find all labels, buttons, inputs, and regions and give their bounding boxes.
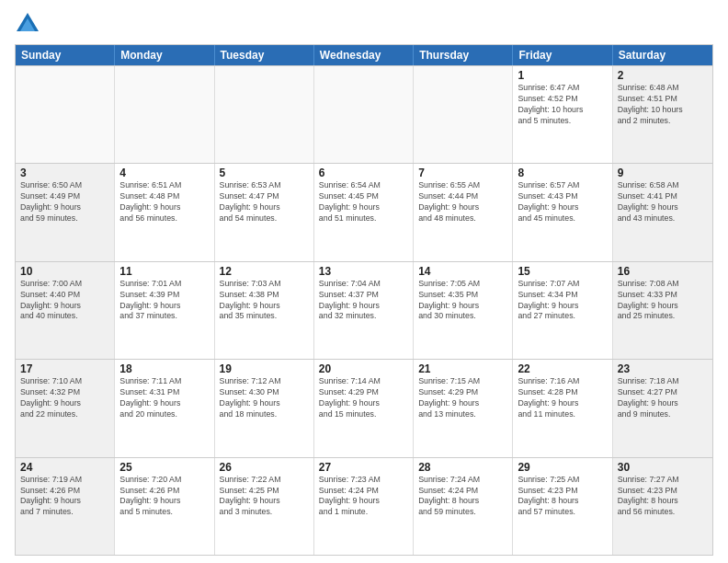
day-info: Sunrise: 7:12 AM Sunset: 4:30 PM Dayligh… (220, 376, 309, 420)
day-header-thursday: Thursday (414, 45, 513, 65)
week-row-5: 24Sunrise: 7:19 AM Sunset: 4:26 PM Dayli… (16, 457, 712, 555)
empty-cell (16, 66, 115, 163)
day-number: 30 (618, 461, 708, 474)
day-info: Sunrise: 7:22 AM Sunset: 4:25 PM Dayligh… (220, 475, 309, 519)
empty-cell (115, 66, 214, 163)
day-info: Sunrise: 7:04 AM Sunset: 4:37 PM Dayligh… (319, 279, 408, 323)
day-number: 10 (20, 265, 109, 278)
page: SundayMondayTuesdayWednesdayThursdayFrid… (0, 0, 728, 563)
calendar: SundayMondayTuesdayWednesdayThursdayFrid… (15, 44, 713, 556)
day-cell-16: 16Sunrise: 7:08 AM Sunset: 4:33 PM Dayli… (613, 262, 712, 359)
day-info: Sunrise: 6:48 AM Sunset: 4:51 PM Dayligh… (618, 83, 708, 127)
day-number: 2 (618, 69, 708, 82)
day-cell-8: 8Sunrise: 6:57 AM Sunset: 4:43 PM Daylig… (513, 164, 612, 260)
day-info: Sunrise: 7:00 AM Sunset: 4:40 PM Dayligh… (20, 279, 109, 323)
day-cell-28: 28Sunrise: 7:24 AM Sunset: 4:24 PM Dayli… (414, 458, 513, 555)
logo (15, 11, 44, 37)
day-number: 18 (119, 362, 209, 375)
day-info: Sunrise: 7:01 AM Sunset: 4:39 PM Dayligh… (119, 279, 209, 323)
day-number: 3 (20, 167, 109, 179)
day-info: Sunrise: 7:07 AM Sunset: 4:34 PM Dayligh… (518, 279, 607, 323)
day-cell-24: 24Sunrise: 7:19 AM Sunset: 4:26 PM Dayli… (16, 458, 115, 555)
day-number: 9 (618, 167, 708, 179)
day-info: Sunrise: 6:57 AM Sunset: 4:43 PM Dayligh… (518, 180, 607, 224)
day-cell-3: 3Sunrise: 6:50 AM Sunset: 4:49 PM Daylig… (16, 164, 115, 260)
day-info: Sunrise: 7:14 AM Sunset: 4:29 PM Dayligh… (319, 376, 408, 420)
day-number: 11 (119, 265, 209, 278)
day-cell-26: 26Sunrise: 7:22 AM Sunset: 4:25 PM Dayli… (215, 458, 314, 555)
day-cell-5: 5Sunrise: 6:53 AM Sunset: 4:47 PM Daylig… (215, 164, 314, 260)
day-number: 22 (518, 362, 607, 375)
day-info: Sunrise: 6:54 AM Sunset: 4:45 PM Dayligh… (319, 180, 408, 224)
day-number: 26 (220, 461, 309, 474)
day-number: 7 (418, 167, 507, 179)
week-row-4: 17Sunrise: 7:10 AM Sunset: 4:32 PM Dayli… (16, 359, 712, 456)
week-row-3: 10Sunrise: 7:00 AM Sunset: 4:40 PM Dayli… (16, 261, 712, 359)
day-info: Sunrise: 7:19 AM Sunset: 4:26 PM Dayligh… (20, 475, 109, 519)
day-number: 17 (20, 362, 109, 375)
day-cell-13: 13Sunrise: 7:04 AM Sunset: 4:37 PM Dayli… (314, 262, 414, 359)
empty-cell (414, 66, 513, 163)
day-number: 21 (418, 362, 507, 375)
day-info: Sunrise: 7:18 AM Sunset: 4:27 PM Dayligh… (618, 376, 708, 420)
day-number: 28 (418, 461, 507, 474)
day-number: 16 (618, 265, 708, 278)
day-info: Sunrise: 6:55 AM Sunset: 4:44 PM Dayligh… (418, 180, 507, 224)
day-cell-20: 20Sunrise: 7:14 AM Sunset: 4:29 PM Dayli… (314, 360, 414, 456)
week-row-1: 1Sunrise: 6:47 AM Sunset: 4:52 PM Daylig… (16, 65, 712, 163)
day-header-wednesday: Wednesday (314, 45, 414, 65)
day-number: 6 (319, 167, 408, 179)
day-info: Sunrise: 7:11 AM Sunset: 4:31 PM Dayligh… (119, 376, 209, 420)
day-info: Sunrise: 7:23 AM Sunset: 4:24 PM Dayligh… (319, 475, 408, 519)
header (15, 11, 713, 37)
day-number: 25 (119, 461, 209, 474)
day-cell-10: 10Sunrise: 7:00 AM Sunset: 4:40 PM Dayli… (16, 262, 115, 359)
day-cell-17: 17Sunrise: 7:10 AM Sunset: 4:32 PM Dayli… (16, 360, 115, 456)
day-info: Sunrise: 7:08 AM Sunset: 4:33 PM Dayligh… (618, 279, 708, 323)
day-number: 24 (20, 461, 109, 474)
day-number: 4 (119, 167, 209, 179)
day-cell-23: 23Sunrise: 7:18 AM Sunset: 4:27 PM Dayli… (613, 360, 712, 456)
day-cell-25: 25Sunrise: 7:20 AM Sunset: 4:26 PM Dayli… (115, 458, 214, 555)
day-number: 8 (518, 167, 607, 179)
day-header-tuesday: Tuesday (215, 45, 314, 65)
day-info: Sunrise: 7:27 AM Sunset: 4:23 PM Dayligh… (618, 475, 708, 519)
day-cell-27: 27Sunrise: 7:23 AM Sunset: 4:24 PM Dayli… (314, 458, 414, 555)
day-cell-7: 7Sunrise: 6:55 AM Sunset: 4:44 PM Daylig… (414, 164, 513, 260)
day-info: Sunrise: 6:50 AM Sunset: 4:49 PM Dayligh… (20, 180, 109, 224)
day-cell-29: 29Sunrise: 7:25 AM Sunset: 4:23 PM Dayli… (513, 458, 612, 555)
day-number: 23 (618, 362, 708, 375)
day-header-friday: Friday (513, 45, 612, 65)
day-info: Sunrise: 7:03 AM Sunset: 4:38 PM Dayligh… (220, 279, 309, 323)
day-cell-14: 14Sunrise: 7:05 AM Sunset: 4:35 PM Dayli… (414, 262, 513, 359)
day-cell-30: 30Sunrise: 7:27 AM Sunset: 4:23 PM Dayli… (613, 458, 712, 555)
day-header-monday: Monday (115, 45, 214, 65)
day-number: 20 (319, 362, 408, 375)
day-cell-18: 18Sunrise: 7:11 AM Sunset: 4:31 PM Dayli… (115, 360, 214, 456)
calendar-body: 1Sunrise: 6:47 AM Sunset: 4:52 PM Daylig… (16, 65, 712, 555)
day-cell-1: 1Sunrise: 6:47 AM Sunset: 4:52 PM Daylig… (513, 66, 612, 163)
day-cell-6: 6Sunrise: 6:54 AM Sunset: 4:45 PM Daylig… (314, 164, 414, 260)
day-info: Sunrise: 6:58 AM Sunset: 4:41 PM Dayligh… (618, 180, 708, 224)
day-cell-21: 21Sunrise: 7:15 AM Sunset: 4:29 PM Dayli… (414, 360, 513, 456)
day-header-sunday: Sunday (16, 45, 115, 65)
day-number: 29 (518, 461, 607, 474)
day-number: 12 (220, 265, 309, 278)
day-info: Sunrise: 7:16 AM Sunset: 4:28 PM Dayligh… (518, 376, 607, 420)
day-cell-9: 9Sunrise: 6:58 AM Sunset: 4:41 PM Daylig… (613, 164, 712, 260)
day-number: 27 (319, 461, 408, 474)
day-cell-22: 22Sunrise: 7:16 AM Sunset: 4:28 PM Dayli… (513, 360, 612, 456)
day-info: Sunrise: 6:53 AM Sunset: 4:47 PM Dayligh… (220, 180, 309, 224)
day-number: 1 (518, 69, 607, 82)
empty-cell (314, 66, 414, 163)
day-info: Sunrise: 7:24 AM Sunset: 4:24 PM Dayligh… (418, 475, 507, 519)
day-cell-12: 12Sunrise: 7:03 AM Sunset: 4:38 PM Dayli… (215, 262, 314, 359)
day-cell-4: 4Sunrise: 6:51 AM Sunset: 4:48 PM Daylig… (115, 164, 214, 260)
day-number: 19 (220, 362, 309, 375)
day-header-saturday: Saturday (613, 45, 712, 65)
day-cell-15: 15Sunrise: 7:07 AM Sunset: 4:34 PM Dayli… (513, 262, 612, 359)
day-number: 5 (220, 167, 309, 179)
day-number: 13 (319, 265, 408, 278)
day-info: Sunrise: 7:05 AM Sunset: 4:35 PM Dayligh… (418, 279, 507, 323)
day-info: Sunrise: 7:25 AM Sunset: 4:23 PM Dayligh… (518, 475, 607, 519)
